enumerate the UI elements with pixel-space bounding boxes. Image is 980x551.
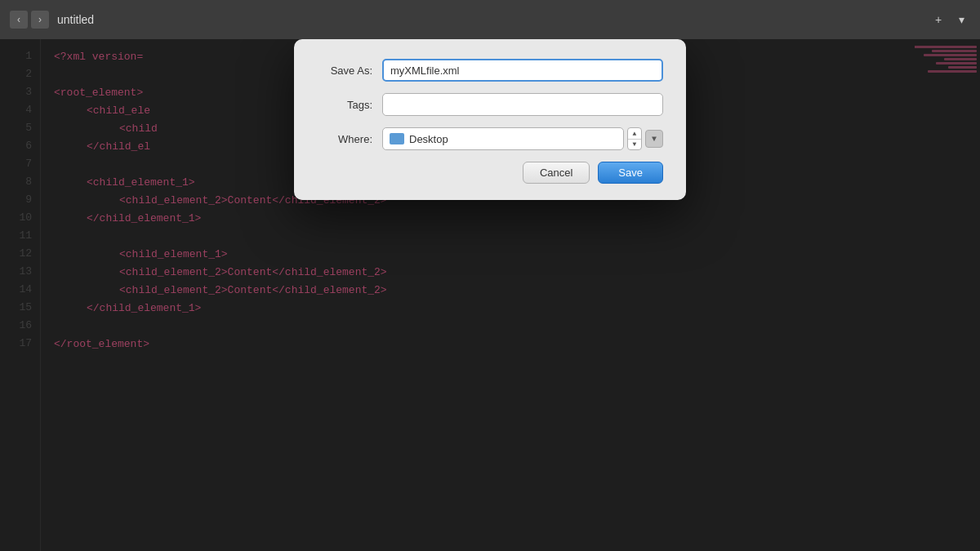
where-label: Where: [317,133,382,145]
editor-body: 1234567891011121314151617 <?xml version=… [0,39,980,551]
where-container: Desktop ▲ ▼ ▼ [382,127,663,150]
modal-overlay: Save As: Tags: Where: Desktop [0,39,980,551]
nav-back-button[interactable]: ‹ [10,11,28,29]
spinner-down[interactable]: ▼ [628,140,641,150]
save-button[interactable]: Save [598,162,663,184]
tags-label: Tags: [317,99,382,111]
folder-icon [390,133,404,144]
save-as-label: Save As: [317,64,382,77]
add-tab-button[interactable]: + [929,11,947,29]
tags-input[interactable] [382,93,663,116]
where-location: Desktop [409,133,448,145]
tags-row: Tags: [317,93,663,116]
save-as-input[interactable] [382,59,663,82]
where-row: Where: Desktop ▲ ▼ ▼ [317,127,663,150]
save-dialog: Save As: Tags: Where: Desktop [294,39,686,200]
expand-button[interactable]: ▼ [645,130,663,148]
editor-window: ‹ › untitled + ▾ 12345678910111213141516… [0,0,980,551]
spinner-up[interactable]: ▲ [628,128,641,140]
menu-button[interactable]: ▾ [952,11,970,29]
title-bar-actions: + ▾ [929,11,970,29]
title-bar-nav: ‹ › [10,11,49,29]
where-select[interactable]: Desktop [382,127,624,150]
where-spinner[interactable]: ▲ ▼ [627,127,642,150]
title-bar: ‹ › untitled + ▾ [0,0,980,39]
window-title: untitled [57,13,94,26]
cancel-button[interactable]: Cancel [523,162,590,184]
save-as-row: Save As: [317,59,663,82]
dialog-buttons: Cancel Save [317,162,663,184]
nav-forward-button[interactable]: › [31,11,49,29]
